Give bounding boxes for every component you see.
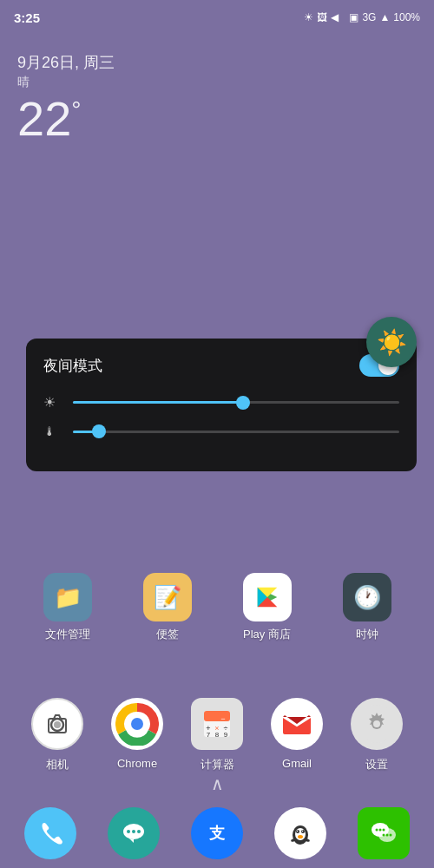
- svg-point-27: [301, 830, 305, 833]
- temperature-track[interactable]: [73, 431, 399, 433]
- calculator-icon: − + × ÷ 7 8 9: [191, 698, 243, 750]
- share-status-icon: ◀: [331, 11, 339, 23]
- sun-status-icon: ☀: [304, 11, 313, 23]
- date-text: 9月26日, 周三: [17, 52, 115, 73]
- shelf-item-playstore[interactable]: Play 商店: [243, 573, 292, 642]
- svg-point-40: [390, 834, 392, 837]
- dock-item-phone[interactable]: [24, 807, 76, 859]
- vibrate-icon: ▣: [349, 11, 358, 23]
- swipe-indicator[interactable]: ∧: [211, 773, 224, 794]
- temperature-thumb[interactable]: [92, 424, 106, 438]
- clock-icon: 🕐: [343, 573, 391, 621]
- app-item-settings[interactable]: 设置: [342, 698, 411, 773]
- brightness-thumb[interactable]: [236, 396, 250, 410]
- date-weather-widget: 9月26日, 周三 晴 22°: [17, 52, 115, 147]
- notes-icon: 📝: [143, 573, 192, 621]
- svg-point-28: [298, 835, 303, 838]
- chrome-icon: [111, 698, 163, 750]
- temp-value: 22: [17, 91, 71, 146]
- chrome-label: Chrome: [117, 757, 157, 770]
- temperature-slider-row: 🌡: [43, 424, 399, 438]
- files-label: 文件管理: [45, 627, 90, 642]
- gmail-label: Gmail: [282, 757, 312, 770]
- shelf-item-files[interactable]: 📁 文件管理: [43, 573, 92, 642]
- dock-item-qq[interactable]: [274, 807, 326, 859]
- calculator-label: 计算器: [201, 757, 234, 773]
- status-time: 3:25: [14, 10, 40, 25]
- temperature-display: 22°: [17, 90, 115, 147]
- app-item-chrome[interactable]: Chrome: [102, 698, 172, 770]
- playstore-icon: [243, 573, 292, 621]
- shelf-item-notes[interactable]: 📝 便签: [143, 573, 192, 642]
- playstore-label: Play 商店: [243, 627, 291, 642]
- svg-text:7: 7: [207, 731, 211, 739]
- phone-icon: [36, 819, 65, 848]
- swipe-chevron: ∧: [211, 774, 224, 793]
- svg-rect-7: [204, 711, 230, 721]
- gmail-icon: [271, 698, 323, 750]
- image-status-icon: 🖼: [317, 11, 327, 23]
- svg-point-26: [296, 830, 299, 833]
- app-grid: 相机 Chrome − + × ÷: [0, 698, 434, 773]
- status-bar: 3:25 ☀ 🖼 ◀ ▣ 3G ▲ 100%: [0, 0, 434, 35]
- temperature-icon: 🌡: [43, 424, 62, 438]
- svg-point-38: [383, 834, 385, 837]
- svg-text:支: 支: [208, 825, 226, 842]
- brightness-icon: ☀: [43, 394, 62, 411]
- svg-point-19: [127, 830, 130, 833]
- battery-icon: 100%: [393, 11, 420, 23]
- notes-label: 便签: [156, 627, 179, 642]
- svg-point-5: [131, 718, 143, 730]
- camera-label: 相机: [46, 757, 69, 773]
- status-icons: ☀ 🖼 ◀ ▣ 3G ▲ 100%: [304, 11, 420, 23]
- dock-item-wechat[interactable]: [358, 807, 410, 859]
- svg-text:8: 8: [215, 731, 220, 739]
- svg-point-36: [379, 829, 382, 832]
- settings-icon: [351, 698, 403, 750]
- brightness-slider-row: ☀: [43, 394, 399, 411]
- dock-item-messages[interactable]: [108, 807, 160, 859]
- night-mode-panel: 夜间模式 ☀ 🌡: [26, 339, 417, 471]
- settings-label: 设置: [365, 757, 388, 773]
- svg-text:9: 9: [224, 731, 228, 739]
- svg-point-17: [373, 720, 380, 727]
- dock-item-alipay[interactable]: 支: [191, 807, 243, 859]
- brightness-fill: [73, 401, 243, 404]
- messages-icon: [119, 819, 148, 848]
- svg-point-32: [302, 831, 303, 832]
- svg-point-35: [376, 829, 378, 832]
- top-shelf: 📁 文件管理 📝 便签 Play 商店 🕐 时钟: [0, 573, 434, 642]
- files-icon: 📁: [43, 573, 92, 621]
- app-item-camera[interactable]: 相机: [23, 698, 92, 773]
- signal-3g-icon: 3G: [362, 11, 376, 23]
- svg-text:−: −: [220, 714, 225, 723]
- signal-bars-icon: ▲: [379, 11, 390, 23]
- brightness-track[interactable]: [73, 401, 399, 404]
- svg-point-31: [297, 831, 298, 832]
- qq-icon: [283, 816, 318, 851]
- night-mode-fab[interactable]: ☀️: [366, 317, 417, 367]
- night-mode-title: 夜间模式: [43, 356, 102, 376]
- svg-point-20: [132, 830, 135, 833]
- app-item-gmail[interactable]: Gmail: [262, 698, 332, 770]
- wechat-icon: [368, 818, 399, 849]
- app-item-calculator[interactable]: − + × ÷ 7 8 9 计算器: [182, 698, 252, 773]
- weather-condition: 晴: [17, 75, 115, 90]
- clock-label: 时钟: [356, 627, 378, 642]
- alipay-icon: 支: [202, 819, 232, 848]
- svg-point-2: [54, 721, 61, 728]
- svg-point-21: [137, 830, 141, 833]
- camera-icon: [31, 698, 83, 750]
- svg-point-37: [383, 829, 385, 832]
- temp-unit: °: [71, 96, 81, 123]
- svg-point-39: [386, 834, 389, 837]
- shelf-item-clock[interactable]: 🕐 时钟: [343, 573, 391, 642]
- night-mode-header: 夜间模式: [43, 354, 399, 377]
- bottom-dock: 支: [0, 799, 434, 868]
- sun-fab-icon: ☀️: [377, 328, 407, 357]
